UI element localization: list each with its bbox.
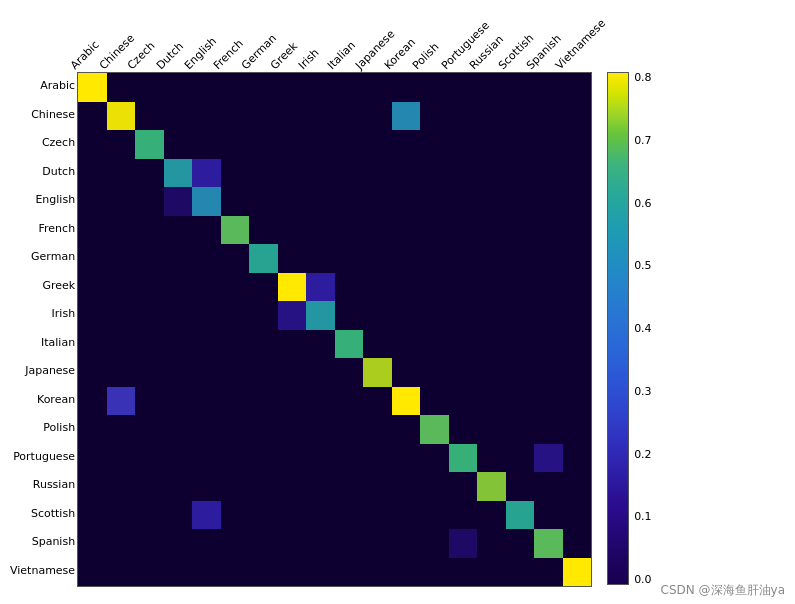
- matrix-cell: [107, 387, 136, 416]
- matrix-cell: [306, 330, 335, 359]
- matrix-cell: [363, 387, 392, 416]
- matrix-cell: [363, 187, 392, 216]
- matrix-cell: [335, 73, 364, 102]
- matrix-grid: [77, 72, 592, 587]
- matrix-cell: [477, 444, 506, 473]
- y-label: Spanish: [10, 528, 75, 557]
- matrix-cell: [563, 501, 592, 530]
- matrix-cell: [363, 244, 392, 273]
- matrix-cell: [192, 472, 221, 501]
- matrix-cell: [335, 102, 364, 131]
- matrix-cell: [534, 244, 563, 273]
- matrix-cell: [335, 501, 364, 530]
- matrix-cell: [534, 501, 563, 530]
- matrix-cell: [249, 501, 278, 530]
- matrix-cell: [278, 102, 307, 131]
- matrix-cell: [135, 130, 164, 159]
- matrix-cell: [249, 415, 278, 444]
- y-label: English: [10, 186, 75, 215]
- matrix-cell: [420, 529, 449, 558]
- matrix-cell: [563, 244, 592, 273]
- matrix-cell: [107, 244, 136, 273]
- matrix-cell: [392, 444, 421, 473]
- colorbar-tick: 0.2: [634, 449, 652, 460]
- matrix-cell: [420, 216, 449, 245]
- matrix-cell: [78, 472, 107, 501]
- matrix-cell: [363, 159, 392, 188]
- matrix-cell: [135, 73, 164, 102]
- matrix-cell: [420, 102, 449, 131]
- matrix-cell: [420, 501, 449, 530]
- matrix-cell: [506, 102, 535, 131]
- matrix-cell: [107, 358, 136, 387]
- matrix-cell: [563, 415, 592, 444]
- matrix-cell: [534, 273, 563, 302]
- matrix-cell: [335, 558, 364, 587]
- matrix-cell: [249, 244, 278, 273]
- matrix-cell: [335, 159, 364, 188]
- matrix-cell: [563, 301, 592, 330]
- matrix-cell: [192, 330, 221, 359]
- matrix-cell: [249, 187, 278, 216]
- matrix-cell: [278, 159, 307, 188]
- matrix-cell: [363, 273, 392, 302]
- matrix-cell: [278, 444, 307, 473]
- matrix-cell: [392, 472, 421, 501]
- y-label: Korean: [10, 386, 75, 415]
- matrix-cell: [563, 273, 592, 302]
- matrix-cell: [278, 387, 307, 416]
- plot-region: ArabicChineseCzechDutchEnglishFrenchGerm…: [10, 10, 652, 587]
- matrix-cell: [563, 73, 592, 102]
- matrix-cell: [449, 102, 478, 131]
- matrix-cell: [392, 415, 421, 444]
- matrix-cell: [135, 472, 164, 501]
- matrix-cell: [534, 102, 563, 131]
- matrix-cell: [420, 330, 449, 359]
- y-label: Polish: [10, 414, 75, 443]
- matrix-cell: [506, 216, 535, 245]
- matrix-cell: [420, 73, 449, 102]
- matrix-cell: [306, 273, 335, 302]
- matrix-cell: [192, 301, 221, 330]
- matrix-cell: [477, 529, 506, 558]
- matrix-cell: [306, 216, 335, 245]
- matrix-cell: [78, 387, 107, 416]
- matrix-cell: [107, 273, 136, 302]
- matrix-cell: [392, 301, 421, 330]
- matrix-cell: [506, 273, 535, 302]
- matrix-cell: [392, 387, 421, 416]
- matrix-cell: [249, 472, 278, 501]
- matrix-cell: [135, 244, 164, 273]
- matrix-cell: [278, 130, 307, 159]
- y-label: Scottish: [10, 500, 75, 529]
- matrix-cell: [335, 130, 364, 159]
- matrix-cell: [306, 501, 335, 530]
- matrix-cell: [306, 301, 335, 330]
- matrix-cell: [78, 159, 107, 188]
- matrix-cell: [506, 387, 535, 416]
- matrix-cell: [192, 216, 221, 245]
- matrix-cell: [335, 330, 364, 359]
- matrix-cell: [164, 387, 193, 416]
- matrix-cell: [135, 358, 164, 387]
- matrix-cell: [506, 501, 535, 530]
- matrix-cell: [306, 187, 335, 216]
- matrix-cell: [477, 387, 506, 416]
- matrix-cell: [135, 330, 164, 359]
- colorbar-wrapper: 0.80.70.60.50.40.30.20.10.0: [607, 72, 652, 585]
- matrix-cell: [506, 130, 535, 159]
- matrix-cell: [78, 130, 107, 159]
- matrix-cell: [420, 472, 449, 501]
- main-container: ArabicChineseCzechDutchEnglishFrenchGerm…: [0, 0, 795, 604]
- matrix-cell: [420, 187, 449, 216]
- matrix-cell: [164, 358, 193, 387]
- matrix-cell: [506, 358, 535, 387]
- matrix-cell: [192, 387, 221, 416]
- matrix-cell: [506, 444, 535, 473]
- matrix-cell: [278, 558, 307, 587]
- matrix-cell: [335, 472, 364, 501]
- matrix-cell: [221, 330, 250, 359]
- matrix-cell: [363, 330, 392, 359]
- matrix-cell: [135, 102, 164, 131]
- matrix-and-x: ArabicChineseCzechDutchEnglishFrenchGerm…: [77, 10, 592, 587]
